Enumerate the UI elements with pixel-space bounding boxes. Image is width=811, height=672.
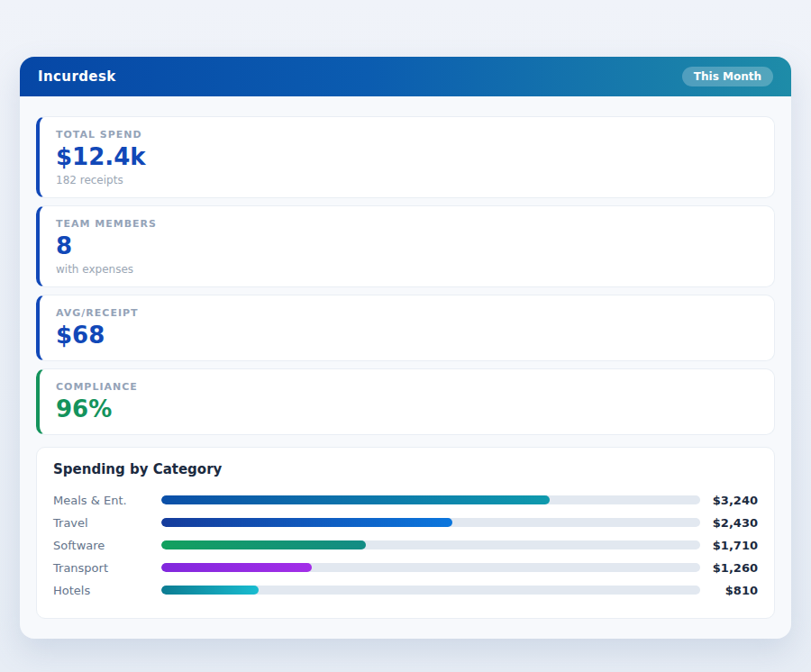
- category-bar-fill: [161, 586, 259, 595]
- category-row: Travel$2,430: [53, 512, 758, 534]
- spending-card-title: Spending by Category: [53, 461, 758, 477]
- category-bar-list: Meals & Ent.$3,240Travel$2,430Software$1…: [53, 489, 758, 602]
- category-amount: $1,710: [700, 539, 758, 552]
- incurdesk-dashboard: Incurdesk This Month TOTAL SPEND$12.4k18…: [20, 57, 791, 639]
- category-bar-track: [161, 586, 700, 595]
- category-row: Transport$1,260: [53, 557, 758, 579]
- dashboard-content: TOTAL SPEND$12.4k182 receiptsTEAM MEMBER…: [20, 96, 791, 639]
- category-bar-track: [161, 563, 700, 572]
- stat-label: COMPLIANCE: [56, 381, 758, 393]
- category-bar-fill: [161, 518, 452, 527]
- category-label: Hotels: [53, 584, 161, 597]
- category-amount: $2,430: [700, 516, 758, 530]
- category-bar-track: [161, 540, 700, 549]
- stat-card-list: TOTAL SPEND$12.4k182 receiptsTEAM MEMBER…: [36, 116, 775, 435]
- category-row: Meals & Ent.$3,240: [53, 489, 758, 512]
- stat-value: $12.4k: [56, 144, 758, 171]
- stat-card: AVG/RECEIPT$68: [36, 295, 775, 361]
- stat-value: 96%: [56, 396, 758, 423]
- stat-value: 8: [56, 233, 758, 260]
- category-row: Hotels$810: [53, 579, 758, 602]
- app-header: Incurdesk This Month: [20, 57, 791, 96]
- category-amount: $810: [700, 584, 758, 597]
- category-bar-fill: [161, 563, 312, 572]
- stat-card: COMPLIANCE96%: [36, 368, 775, 435]
- category-label: Travel: [53, 516, 161, 530]
- category-bar-track: [161, 495, 700, 504]
- category-row: Software$1,710: [53, 534, 758, 557]
- stat-value: $68: [56, 322, 758, 350]
- stat-label: TEAM MEMBERS: [56, 218, 758, 230]
- stat-label: TOTAL SPEND: [56, 129, 758, 141]
- category-label: Meals & Ent.: [53, 494, 161, 507]
- stat-subtext: 182 receipts: [56, 174, 758, 186]
- category-label: Transport: [53, 561, 161, 575]
- spending-by-category-card: Spending by Category Meals & Ent.$3,240T…: [36, 447, 775, 619]
- category-amount: $3,240: [700, 494, 758, 507]
- stat-card: TOTAL SPEND$12.4k182 receipts: [36, 116, 775, 198]
- stat-card: TEAM MEMBERS8with expenses: [36, 205, 775, 287]
- stat-subtext: with expenses: [56, 263, 758, 276]
- category-label: Software: [53, 539, 161, 552]
- category-bar-track: [161, 518, 700, 527]
- category-bar-fill: [161, 540, 366, 549]
- stat-label: AVG/RECEIPT: [56, 307, 758, 319]
- category-bar-fill: [161, 495, 550, 504]
- app-title: Incurdesk: [38, 68, 116, 85]
- period-badge[interactable]: This Month: [682, 67, 773, 86]
- category-amount: $1,260: [700, 561, 758, 575]
